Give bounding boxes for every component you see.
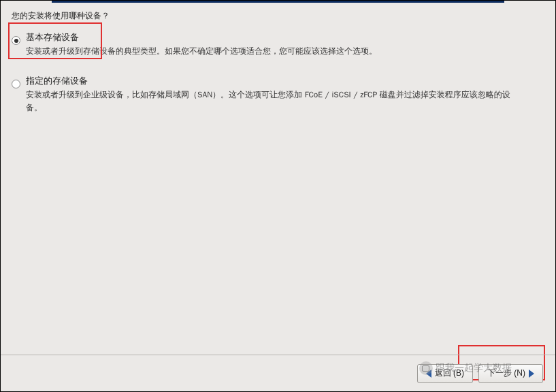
option-specified-desc: 安装或者升级到企业级设备，比如存储局域网（SAN）。这个选项可让您添加 FCoE… (26, 88, 516, 114)
back-button[interactable]: 返回 (B) (417, 364, 473, 383)
option-basic-storage[interactable]: 基本存储设备 安装或者升级到存储设备的典型类型。如果您不确定哪个选项适合您，您可… (12, 28, 544, 58)
option-basic-desc: 安装或者升级到存储设备的典型类型。如果您不确定哪个选项适合您，您可能应该选择这个… (26, 45, 377, 58)
option-specified-storage[interactable]: 指定的存储设备 安装或者升级到企业级设备，比如存储局域网（SAN）。这个选项可让… (12, 71, 544, 114)
radio-basic-storage[interactable] (12, 36, 20, 45)
question-text: 您的安装将使用哪种设备？ (12, 10, 110, 22)
option-specified-text: 指定的存储设备 安装或者升级到企业级设备，比如存储局域网（SAN）。这个选项可让… (26, 71, 516, 114)
next-button[interactable]: 下一步 (N) (478, 364, 543, 383)
next-button-label: 下一步 (N) (487, 368, 525, 379)
arrow-left-icon (426, 370, 431, 378)
storage-options: 基本存储设备 安装或者升级到存储设备的典型类型。如果您不确定哪个选项适合您，您可… (12, 28, 544, 128)
back-button-label: 返回 (B) (435, 368, 464, 379)
option-basic-text: 基本存储设备 安装或者升级到存储设备的典型类型。如果您不确定哪个选项适合您，您可… (26, 28, 377, 58)
arrow-right-icon (529, 370, 534, 378)
footer-bar: 返回 (B) 下一步 (N) (1, 355, 555, 391)
option-specified-title: 指定的存储设备 (26, 74, 516, 88)
radio-specified-storage[interactable] (12, 80, 20, 88)
header-line (52, 1, 504, 3)
option-basic-title: 基本存储设备 (26, 31, 377, 45)
